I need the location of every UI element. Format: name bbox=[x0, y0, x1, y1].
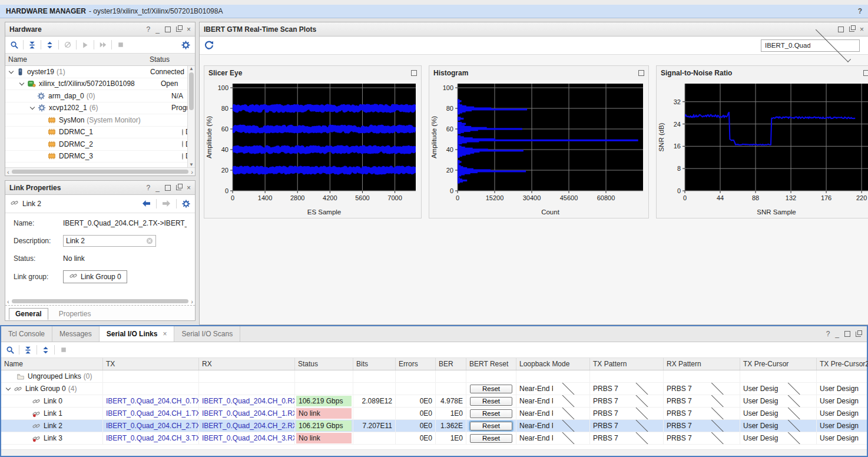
tx-pre-cursor2-value[interactable]: User Design bbox=[817, 383, 868, 395]
float-icon[interactable] bbox=[856, 332, 861, 337]
bert-reset-button[interactable]: Reset bbox=[470, 434, 512, 443]
run-all-icon[interactable] bbox=[96, 38, 110, 51]
hardware-tree-row[interactable]: oyster19 (1) Connected bbox=[5, 66, 195, 78]
column-status[interactable]: Status bbox=[147, 55, 173, 64]
column-status[interactable]: Status bbox=[295, 358, 353, 370]
maximize-icon[interactable] bbox=[844, 331, 850, 337]
caret-down-icon[interactable] bbox=[19, 81, 24, 85]
rx-endpoint-link[interactable] bbox=[199, 383, 295, 395]
loopback-mode-dropdown[interactable]: Near-End PMA bbox=[519, 422, 587, 430]
bert-reset-button[interactable]: Reset bbox=[470, 397, 512, 406]
search-icon[interactable] bbox=[8, 38, 21, 51]
rx-endpoint-link[interactable]: IBERT_0.Quad_204.CH_0.RX bbox=[199, 395, 295, 407]
table-row[interactable]: Link Group 0(4) Reset Near-End PMA PRBS … bbox=[1, 383, 867, 395]
rx-pattern-dropdown[interactable]: PRBS 7 bbox=[667, 434, 737, 442]
rx-endpoint-link[interactable] bbox=[199, 370, 295, 382]
caret-down-icon[interactable] bbox=[30, 105, 35, 110]
column-bert-reset[interactable]: BERT Reset bbox=[466, 358, 516, 370]
maximize-icon[interactable] bbox=[165, 27, 171, 32]
column-bits[interactable]: Bits bbox=[353, 358, 396, 370]
float-icon[interactable] bbox=[176, 27, 181, 32]
hardware-hscrollbar[interactable]: ‹› bbox=[5, 167, 195, 175]
back-arrow-icon[interactable] bbox=[142, 200, 151, 208]
rx-endpoint-link[interactable]: IBERT_0.Quad_204.CH_2.RX bbox=[199, 420, 295, 432]
rx-endpoint-link[interactable]: IBERT_0.Quad_204.CH_1.RX bbox=[199, 408, 295, 419]
channel-selector[interactable]: IBERT_0.Quad_204.CH_0 bbox=[761, 39, 860, 52]
loopback-mode-dropdown[interactable]: Near-End PMA bbox=[519, 409, 587, 418]
close-icon[interactable]: × bbox=[187, 185, 191, 191]
tx-pattern-dropdown[interactable]: PRBS 7 bbox=[593, 385, 660, 393]
rx-endpoint-link[interactable]: IBERT_0.Quad_204.CH_3.RX bbox=[199, 432, 295, 444]
hardware-tree-row[interactable]: DDRMC_2 DISABLED bbox=[5, 138, 195, 151]
tx-pre-cursor2-value[interactable]: User Design bbox=[817, 432, 868, 444]
link-group-button[interactable]: Link Group 0 bbox=[63, 270, 127, 283]
tx-endpoint-link[interactable] bbox=[103, 370, 199, 382]
minimize-icon[interactable]: _ bbox=[835, 331, 839, 337]
run-icon[interactable] bbox=[78, 38, 92, 51]
hardware-tree-row[interactable]: DDRMC_1 DISABLED bbox=[5, 127, 195, 139]
tab-general[interactable]: General bbox=[9, 308, 48, 320]
tx-endpoint-link[interactable]: IBERT_0.Quad_204.CH_3.TX bbox=[103, 432, 199, 444]
scroll-down-icon[interactable]: ▼ bbox=[189, 162, 194, 167]
column-errors[interactable]: Errors bbox=[396, 358, 436, 370]
maximize-icon[interactable] bbox=[838, 27, 844, 32]
refresh-icon[interactable] bbox=[202, 39, 216, 52]
hardware-tree-row[interactable]: SysMon (System Monitor) bbox=[5, 114, 195, 127]
tx-endpoint-link[interactable]: IBERT_0.Quad_204.CH_2.TX bbox=[103, 420, 199, 432]
bert-reset-button[interactable]: Reset bbox=[470, 422, 512, 430]
bert-reset-button[interactable]: Reset bbox=[470, 409, 512, 418]
loopback-mode-dropdown[interactable]: Near-End PMA bbox=[519, 385, 587, 393]
scrollbar-thumb[interactable] bbox=[189, 72, 194, 110]
rx-pattern-dropdown[interactable]: PRBS 7 bbox=[667, 422, 737, 430]
table-row[interactable]: Ungrouped Links(0) bbox=[1, 370, 867, 383]
bert-reset-button[interactable]: Reset bbox=[470, 385, 512, 393]
tx-pre-cursor-dropdown[interactable]: User Design bbox=[743, 397, 813, 405]
tx-pre-cursor-dropdown[interactable]: User Design bbox=[743, 385, 813, 393]
tx-pre-cursor-dropdown[interactable]: User Design bbox=[743, 434, 813, 442]
rx-pattern-dropdown[interactable]: PRBS 7 bbox=[667, 409, 737, 418]
float-icon[interactable] bbox=[849, 27, 854, 32]
column-tx[interactable]: TX bbox=[103, 358, 199, 370]
loopback-mode-dropdown[interactable]: Near-End PMA bbox=[519, 397, 587, 405]
help-icon[interactable]: ? bbox=[147, 27, 151, 32]
rx-pattern-dropdown[interactable]: PRBS 7 bbox=[667, 385, 737, 393]
description-field[interactable]: Link 2 bbox=[63, 235, 156, 247]
column-rx-pattern[interactable]: RX Pattern bbox=[664, 358, 740, 370]
maximize-icon[interactable] bbox=[638, 70, 644, 76]
minimize-icon[interactable]: _ bbox=[155, 185, 160, 191]
rx-pattern-dropdown[interactable]: PRBS 7 bbox=[667, 397, 737, 405]
column-rx[interactable]: RX bbox=[199, 358, 295, 370]
tx-pre-cursor-dropdown[interactable]: User Design bbox=[743, 422, 813, 430]
close-icon[interactable]: × bbox=[187, 27, 191, 32]
maximize-icon[interactable] bbox=[165, 185, 171, 191]
tx-pre-cursor2-value[interactable] bbox=[817, 370, 868, 382]
tx-pattern-dropdown[interactable]: PRBS 7 bbox=[593, 397, 660, 405]
expand-all-icon[interactable] bbox=[39, 343, 52, 356]
close-icon[interactable]: × bbox=[860, 27, 864, 32]
dock-tab-serial-i-o-links[interactable]: Serial I/O Links× bbox=[100, 326, 175, 342]
column-tx-pattern[interactable]: TX Pattern bbox=[590, 358, 664, 370]
caret-down-icon[interactable] bbox=[9, 69, 14, 74]
collapse-all-icon[interactable] bbox=[21, 343, 35, 356]
loopback-mode-dropdown[interactable]: Near-End PMA bbox=[519, 434, 587, 442]
table-row[interactable]: Link 2 IBERT_0.Quad_204.CH_2.TX IBERT_0.… bbox=[1, 420, 867, 432]
float-icon[interactable] bbox=[176, 185, 181, 190]
tx-pre-cursor2-value[interactable]: User Design bbox=[817, 395, 868, 407]
column-tx-pre-cursor2[interactable]: TX Pre-Cursor2 bbox=[817, 358, 868, 370]
stop-icon[interactable] bbox=[57, 343, 70, 356]
tx-pattern-dropdown[interactable]: PRBS 7 bbox=[593, 434, 660, 442]
tx-pre-cursor-dropdown[interactable]: User Design bbox=[743, 409, 813, 418]
column-ber[interactable]: BER bbox=[436, 358, 466, 370]
link-properties-hscrollbar[interactable]: ‹› bbox=[5, 297, 195, 305]
scroll-up-icon[interactable]: ▲ bbox=[189, 66, 194, 71]
tx-pattern-dropdown[interactable]: PRBS 7 bbox=[593, 409, 660, 418]
help-icon[interactable]: ? bbox=[858, 7, 862, 15]
forward-arrow-icon[interactable] bbox=[162, 200, 171, 208]
dock-tab-tcl-console[interactable]: Tcl Console bbox=[1, 326, 52, 342]
tx-pre-cursor2-value[interactable]: User Design bbox=[817, 408, 868, 419]
hardware-tree-row[interactable]: xilinx_tcf/Xilinx/507201B01098 Open bbox=[5, 78, 195, 91]
hardware-tree-row[interactable]: arm_dap_0 (0) N/A bbox=[5, 90, 195, 102]
tx-endpoint-link[interactable]: IBERT_0.Quad_204.CH_0.TX bbox=[103, 395, 199, 407]
table-row[interactable]: Link 1 IBERT_0.Quad_204.CH_1.TX IBERT_0.… bbox=[1, 408, 867, 420]
tx-pattern-dropdown[interactable]: PRBS 7 bbox=[593, 422, 660, 430]
